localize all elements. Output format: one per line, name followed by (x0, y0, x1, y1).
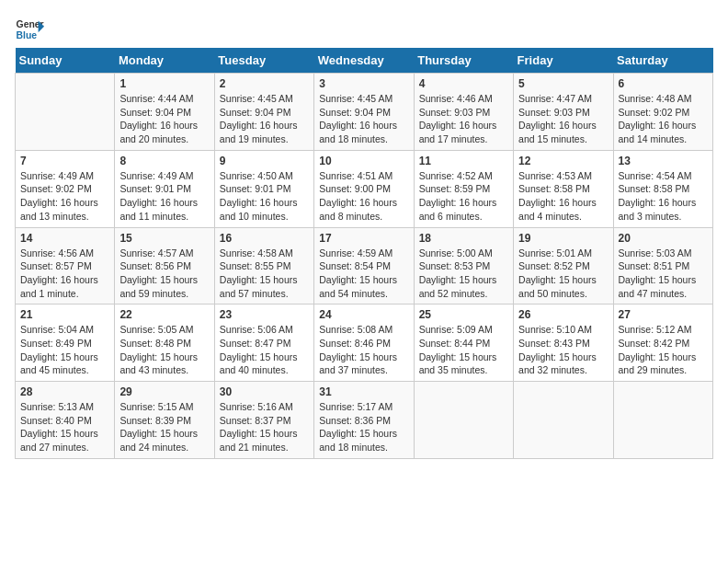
day-info: Sunrise: 4:51 AM Sunset: 9:00 PM Dayligh… (319, 169, 408, 224)
day-number: 20 (619, 232, 708, 245)
sunset-label: Sunset: 8:53 PM (419, 260, 491, 271)
sunset-label: Sunset: 8:49 PM (20, 338, 92, 349)
sunset-label: Sunset: 8:37 PM (220, 415, 291, 426)
sunrise-label: Sunrise: 5:17 AM (319, 401, 392, 412)
calendar-cell: 20 Sunrise: 5:03 AM Sunset: 8:51 PM Dayl… (613, 227, 712, 304)
calendar-cell: 16 Sunrise: 4:58 AM Sunset: 8:55 PM Dayl… (214, 227, 313, 304)
weekday-header-row: SundayMondayTuesdayWednesdayThursdayFrid… (16, 48, 713, 74)
sunset-label: Sunset: 9:04 PM (319, 107, 391, 118)
daylight-label: Daylight: 15 hours and 32 minutes. (518, 351, 597, 376)
day-number: 25 (419, 308, 508, 321)
day-info: Sunrise: 5:12 AM Sunset: 8:42 PM Dayligh… (619, 323, 708, 377)
day-number: 11 (419, 155, 508, 167)
day-number: 2 (220, 77, 309, 90)
daylight-label: Daylight: 16 hours and 15 minutes. (518, 120, 597, 144)
daylight-label: Daylight: 16 hours and 3 minutes. (619, 197, 697, 222)
daylight-label: Daylight: 16 hours and 10 minutes. (220, 197, 298, 222)
day-number: 24 (319, 308, 408, 321)
sunrise-label: Sunrise: 5:10 AM (518, 324, 592, 335)
day-info: Sunrise: 4:44 AM Sunset: 9:04 PM Dayligh… (119, 92, 209, 146)
sunrise-label: Sunrise: 5:15 AM (119, 401, 193, 412)
calendar-cell: 25 Sunrise: 5:09 AM Sunset: 8:44 PM Dayl… (414, 304, 513, 382)
sunset-label: Sunset: 8:55 PM (220, 260, 291, 271)
sunrise-label: Sunrise: 4:50 AM (220, 170, 293, 181)
calendar-cell: 31 Sunrise: 5:17 AM Sunset: 8:36 PM Dayl… (314, 382, 414, 459)
day-info: Sunrise: 4:47 AM Sunset: 9:03 PM Dayligh… (518, 92, 608, 146)
sunrise-label: Sunrise: 4:45 AM (220, 93, 293, 104)
sunset-label: Sunset: 8:57 PM (20, 260, 92, 271)
sunset-label: Sunset: 8:40 PM (20, 415, 92, 426)
calendar-cell: 15 Sunrise: 4:57 AM Sunset: 8:56 PM Dayl… (115, 227, 214, 304)
daylight-label: Daylight: 16 hours and 4 minutes. (518, 197, 597, 222)
daylight-label: Daylight: 15 hours and 40 minutes. (220, 351, 298, 376)
calendar-cell: 24 Sunrise: 5:08 AM Sunset: 8:46 PM Dayl… (314, 304, 414, 382)
calendar-cell: 7 Sunrise: 4:49 AM Sunset: 9:02 PM Dayli… (16, 150, 115, 227)
daylight-label: Daylight: 15 hours and 47 minutes. (619, 274, 697, 299)
daylight-label: Daylight: 15 hours and 52 minutes. (419, 274, 497, 299)
daylight-label: Daylight: 15 hours and 54 minutes. (319, 274, 397, 299)
daylight-label: Daylight: 15 hours and 59 minutes. (119, 274, 198, 299)
sunset-label: Sunset: 8:47 PM (220, 338, 291, 349)
sunset-label: Sunset: 8:42 PM (619, 338, 690, 349)
calendar-cell: 30 Sunrise: 5:16 AM Sunset: 8:37 PM Dayl… (214, 382, 313, 459)
calendar-cell: 6 Sunrise: 4:48 AM Sunset: 9:02 PM Dayli… (613, 74, 712, 151)
day-number: 27 (619, 308, 708, 321)
sunrise-label: Sunrise: 4:58 AM (220, 247, 293, 259)
calendar-cell: 12 Sunrise: 4:53 AM Sunset: 8:58 PM Dayl… (514, 150, 613, 227)
calendar-cell: 21 Sunrise: 5:04 AM Sunset: 8:49 PM Dayl… (16, 304, 115, 382)
daylight-label: Daylight: 16 hours and 17 minutes. (419, 120, 497, 144)
day-info: Sunrise: 5:00 AM Sunset: 8:53 PM Dayligh… (419, 247, 508, 301)
sunrise-label: Sunrise: 5:16 AM (220, 401, 293, 412)
day-number: 15 (119, 232, 209, 245)
sunset-label: Sunset: 8:56 PM (119, 260, 191, 271)
day-number: 3 (319, 77, 408, 90)
daylight-label: Daylight: 16 hours and 1 minute. (20, 274, 98, 299)
sunrise-label: Sunrise: 4:49 AM (20, 170, 94, 181)
day-number: 6 (619, 77, 708, 90)
sunrise-label: Sunrise: 4:51 AM (319, 170, 392, 181)
sunset-label: Sunset: 8:51 PM (619, 260, 690, 271)
calendar-cell (514, 382, 613, 459)
sunset-label: Sunset: 9:01 PM (119, 183, 191, 194)
calendar-week-row: 1 Sunrise: 4:44 AM Sunset: 9:04 PM Dayli… (16, 74, 713, 151)
calendar-cell: 3 Sunrise: 4:45 AM Sunset: 9:04 PM Dayli… (314, 74, 414, 151)
calendar-cell: 1 Sunrise: 4:44 AM Sunset: 9:04 PM Dayli… (115, 74, 214, 151)
day-info: Sunrise: 5:16 AM Sunset: 8:37 PM Dayligh… (220, 400, 309, 454)
sunset-label: Sunset: 8:36 PM (319, 415, 391, 426)
daylight-label: Daylight: 16 hours and 20 minutes. (119, 120, 198, 144)
day-number: 29 (119, 385, 209, 398)
daylight-label: Daylight: 15 hours and 35 minutes. (419, 351, 497, 376)
day-info: Sunrise: 4:49 AM Sunset: 9:01 PM Dayligh… (119, 169, 209, 224)
calendar-cell: 26 Sunrise: 5:10 AM Sunset: 8:43 PM Dayl… (514, 304, 613, 382)
daylight-label: Daylight: 15 hours and 43 minutes. (119, 351, 198, 376)
day-number: 18 (419, 232, 508, 245)
sunrise-label: Sunrise: 5:05 AM (119, 324, 193, 335)
day-info: Sunrise: 5:13 AM Sunset: 8:40 PM Dayligh… (20, 400, 109, 454)
weekday-header: Sunday (16, 48, 115, 74)
calendar-week-row: 21 Sunrise: 5:04 AM Sunset: 8:49 PM Dayl… (16, 304, 713, 382)
day-info: Sunrise: 4:58 AM Sunset: 8:55 PM Dayligh… (220, 247, 309, 301)
day-number: 9 (220, 155, 309, 167)
calendar-cell: 5 Sunrise: 4:47 AM Sunset: 9:03 PM Dayli… (514, 74, 613, 151)
calendar-cell: 14 Sunrise: 4:56 AM Sunset: 8:57 PM Dayl… (16, 227, 115, 304)
sunrise-label: Sunrise: 4:49 AM (119, 170, 193, 181)
sunset-label: Sunset: 9:03 PM (518, 107, 590, 118)
day-number: 17 (319, 232, 408, 245)
weekday-header: Thursday (414, 48, 513, 74)
day-number: 10 (319, 155, 408, 167)
day-number: 8 (119, 155, 209, 167)
day-number: 1 (119, 77, 209, 90)
calendar-cell (613, 382, 712, 459)
calendar-cell: 23 Sunrise: 5:06 AM Sunset: 8:47 PM Dayl… (214, 304, 313, 382)
day-number: 31 (319, 385, 408, 398)
sunset-label: Sunset: 9:04 PM (220, 107, 291, 118)
day-info: Sunrise: 5:15 AM Sunset: 8:39 PM Dayligh… (119, 400, 209, 454)
logo-icon: General Blue (15, 15, 44, 44)
day-number: 26 (518, 308, 608, 321)
calendar-cell: 29 Sunrise: 5:15 AM Sunset: 8:39 PM Dayl… (115, 382, 214, 459)
calendar-cell: 18 Sunrise: 5:00 AM Sunset: 8:53 PM Dayl… (414, 227, 513, 304)
sunset-label: Sunset: 8:44 PM (419, 338, 491, 349)
sunrise-label: Sunrise: 4:56 AM (20, 247, 94, 259)
weekday-header: Saturday (613, 48, 712, 74)
sunset-label: Sunset: 8:43 PM (518, 338, 590, 349)
